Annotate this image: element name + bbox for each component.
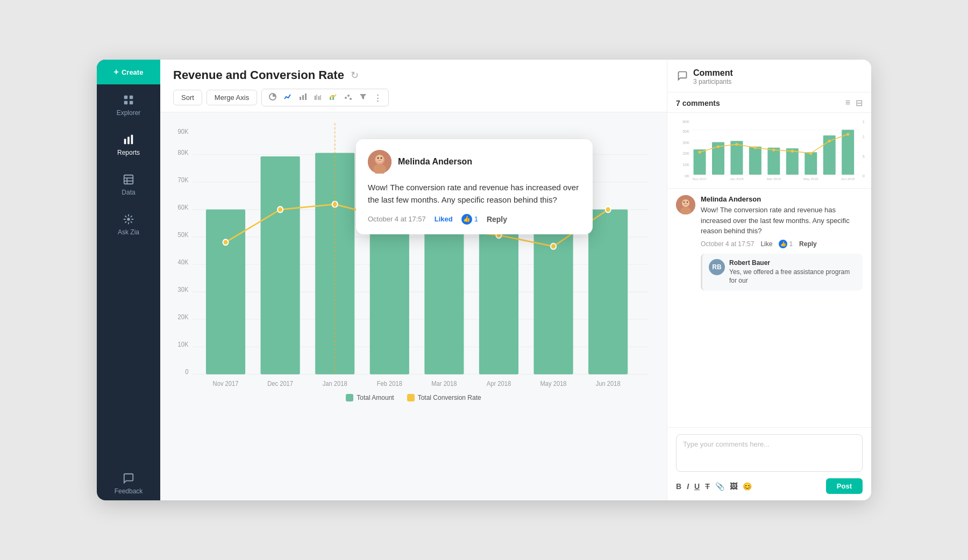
svg-point-107	[846, 133, 849, 135]
main-content: Revenue and Conversion Rate ↻ Sort Merge…	[160, 60, 667, 500]
svg-text:May 2018: May 2018	[803, 177, 818, 181]
svg-text:0: 0	[185, 369, 188, 375]
svg-rect-94	[767, 148, 780, 175]
sidebar-item-ask-zia[interactable]: Ask Zia	[97, 204, 160, 243]
mini-like-icon: 👍	[779, 240, 787, 248]
comment-panel-header: Comment 3 participants	[667, 60, 871, 92]
tooltip-like-count: 1	[474, 215, 478, 223]
more-charts-btn[interactable]: ⋮	[372, 92, 384, 104]
tooltip-reply-btn[interactable]: Reply	[487, 215, 507, 224]
comment-panel-icons: ≡ ⊟	[845, 98, 863, 108]
grouped-bar-btn[interactable]	[311, 91, 324, 104]
svg-text:Mar 2018: Mar 2018	[767, 177, 781, 181]
legend-item-rate: Total Conversion Rate	[407, 394, 481, 401]
comment-like-count: 1	[789, 240, 793, 248]
svg-point-59	[606, 206, 611, 212]
sidebar-item-reports[interactable]: Reports	[97, 124, 160, 164]
svg-rect-45	[261, 156, 300, 374]
attachment-btn[interactable]: 📎	[715, 482, 724, 491]
tooltip-author: Melinda Anderson	[398, 157, 472, 167]
italic-btn[interactable]: I	[687, 482, 689, 491]
svg-text:Apr 2018: Apr 2018	[487, 380, 511, 387]
legend-item-amount: Total Amount	[346, 394, 394, 401]
svg-text:Nov 2017: Nov 2017	[213, 380, 239, 387]
comment-meta: October 4 at 17:57 Like 👍 1 Reply	[701, 240, 863, 248]
comment-avatar-melinda	[676, 195, 695, 214]
tooltip-liked[interactable]: Liked	[435, 215, 453, 223]
tooltip-like-btn[interactable]: 👍 1	[461, 214, 478, 225]
legend-label-rate: Total Conversion Rate	[418, 394, 481, 401]
image-btn[interactable]: 🖼	[730, 482, 737, 491]
svg-rect-4	[124, 139, 126, 144]
pie-chart-btn[interactable]	[266, 91, 279, 104]
comment-icon	[677, 70, 688, 84]
svg-rect-5	[127, 137, 130, 145]
bar-chart-btn[interactable]	[296, 91, 309, 104]
merge-axis-button[interactable]: Merge Axis	[207, 90, 257, 105]
filter-icon[interactable]: ⊟	[856, 98, 863, 108]
refresh-icon[interactable]: ↻	[351, 69, 359, 81]
svg-rect-17	[316, 95, 317, 100]
bold-btn[interactable]: B	[676, 482, 681, 491]
svg-text:10K: 10K	[178, 341, 189, 348]
list-icon[interactable]: ≡	[845, 98, 850, 108]
comment-panel: Comment 3 participants 7 comments ≡ ⊟ 0K…	[667, 60, 871, 500]
svg-point-101	[735, 143, 738, 146]
sidebar-ask-zia-label: Ask Zia	[118, 228, 139, 236]
funnel-btn[interactable]	[357, 91, 369, 104]
comment-reply-btn[interactable]: Reply	[799, 240, 817, 248]
comment-format-toolbar: B I U T 📎 🖼 😊 Post	[676, 478, 863, 494]
line-chart-btn[interactable]	[281, 91, 294, 104]
svg-point-11	[127, 218, 130, 221]
legend-label-amount: Total Amount	[357, 394, 394, 401]
svg-rect-14	[302, 95, 304, 100]
comment-count-row: 7 comments ≡ ⊟	[667, 92, 871, 113]
svg-text:20K: 20K	[682, 151, 689, 156]
sidebar-data-label: Data	[122, 189, 135, 196]
table-icon	[123, 174, 134, 185]
svg-rect-3	[130, 101, 133, 104]
page-title: Revenue and Conversion Rate	[173, 68, 344, 82]
svg-rect-13	[300, 97, 301, 100]
svg-point-116	[684, 202, 685, 203]
svg-text:Jun 2018: Jun 2018	[596, 380, 621, 387]
svg-text:May 2018: May 2018	[540, 380, 567, 387]
svg-rect-7	[124, 175, 133, 184]
comment-text: Wow! The conversion rate and revenue has…	[701, 205, 863, 236]
svg-point-53	[277, 206, 283, 212]
svg-rect-1	[130, 96, 133, 99]
sort-button[interactable]: Sort	[173, 90, 202, 105]
svg-text:60K: 60K	[178, 204, 189, 211]
svg-rect-93	[749, 147, 761, 175]
comment-list: Melinda Anderson Wow! The conversion rat…	[667, 189, 871, 427]
svg-text:Mar 2018: Mar 2018	[431, 380, 457, 387]
comment-textarea[interactable]	[676, 434, 863, 472]
svg-rect-98	[842, 130, 854, 175]
comment-like-count-wrap: 👍 1	[779, 240, 793, 248]
reply-item: RB Robert Bauer Yes, we offered a free a…	[701, 254, 863, 291]
sidebar-item-data[interactable]: Data	[97, 164, 160, 204]
svg-point-72	[376, 155, 383, 162]
scatter-btn[interactable]	[341, 91, 354, 104]
sidebar-item-feedback[interactable]: Feedback	[97, 463, 160, 500]
legend-color-rate	[407, 394, 415, 401]
bar-chart-icon	[123, 134, 134, 146]
strikethrough-btn[interactable]: T	[705, 482, 710, 491]
emoji-btn[interactable]: 😊	[743, 482, 752, 491]
tooltip-time: October 4 at 17:57	[368, 215, 426, 223]
comment-panel-title: Comment	[693, 68, 733, 78]
chart-tooltip: Melinda Anderson Wow! The conversion rat…	[356, 139, 593, 234]
post-button[interactable]: Post	[826, 478, 863, 494]
svg-point-114	[682, 199, 689, 207]
mini-chart-wrap: 0K 10K 20K 30K 50K 80K 0% 5% 10% 12%	[667, 113, 871, 189]
svg-rect-16	[315, 96, 316, 100]
svg-point-23	[347, 95, 350, 97]
underline-btn[interactable]: U	[694, 482, 700, 491]
comment-like-btn[interactable]: Like	[760, 240, 772, 248]
svg-point-52	[223, 239, 228, 245]
combo-chart-btn[interactable]	[326, 91, 339, 104]
comment-input-area: B I U T 📎 🖼 😊 Post	[667, 427, 871, 500]
create-button[interactable]: + Create	[97, 60, 160, 84]
sidebar-item-explorer[interactable]: Explorer	[97, 84, 160, 124]
comment-count: 7 comments	[676, 99, 720, 107]
